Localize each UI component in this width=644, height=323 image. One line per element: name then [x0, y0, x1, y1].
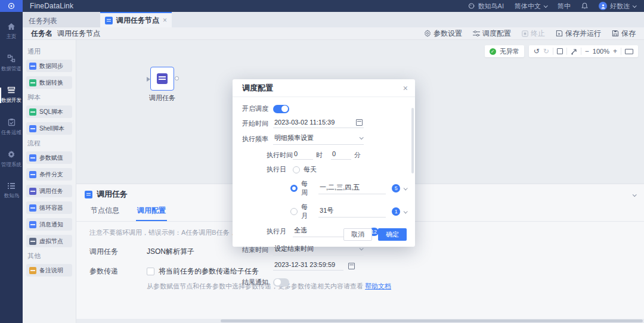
divider [553, 48, 553, 55]
canvas-node-call-task[interactable] [150, 67, 174, 91]
close-icon[interactable]: × [403, 84, 408, 92]
save-run-icon [556, 30, 563, 37]
input-port-icon[interactable] [147, 77, 150, 82]
frequency-select[interactable]: 明细频率设置 [273, 133, 364, 145]
param-settings-button[interactable]: 参数设置 [424, 29, 462, 39]
undo-button[interactable]: ↺ [534, 47, 540, 55]
language-selector[interactable]: 简体中文 [515, 2, 547, 11]
zoom-in-button[interactable]: + [613, 47, 617, 55]
minute-input[interactable]: 0 [331, 150, 351, 160]
sidebar-item-data-dev[interactable]: 数据开发 [0, 86, 23, 104]
save-icon [612, 30, 619, 37]
palette-item-virtual-node[interactable]: 虚拟节点 [26, 235, 72, 247]
user-menu[interactable]: 好数连 [599, 2, 636, 11]
validation-status[interactable]: ✓ 无异常 [485, 45, 524, 57]
palette-item-param-assign[interactable]: 参数赋值 [26, 151, 72, 164]
sidebar-item-data-pipeline[interactable]: 数据管道 [0, 54, 23, 73]
notifications-button[interactable] [581, 2, 588, 10]
modal-scrollbar-thumb[interactable] [411, 108, 414, 173]
palette-item-data-transform[interactable]: 数据转换 [26, 76, 72, 89]
weekly-label: 每周 [301, 179, 314, 197]
param-pass-checkbox[interactable] [147, 268, 154, 275]
button-label: 终止 [531, 29, 545, 39]
confirm-button[interactable]: 确定 [378, 228, 407, 241]
weekly-days-select[interactable]: 一,二,三,四,五 [318, 183, 386, 194]
ai-assistant-entry[interactable]: 数知鸟AI [468, 2, 504, 11]
palette-item-remark[interactable]: 备注说明 [26, 264, 72, 277]
horizontal-scrollbar [76, 319, 644, 323]
palette-item-shell-script[interactable]: Shell脚本 [26, 122, 72, 135]
schedule-config-button[interactable]: 调度配置 [473, 29, 511, 39]
end-time-mode-select[interactable]: 设定结束时间 [273, 244, 364, 256]
monthly-days-select[interactable]: 31号 [318, 206, 386, 218]
tab-bar-filler [172, 12, 644, 27]
zoom-out-button[interactable]: − [585, 47, 589, 55]
locale-tag[interactable]: 简中 [558, 2, 571, 11]
save-button[interactable]: 保存 [612, 29, 636, 39]
end-time-input[interactable]: 2023-12-31 23:59:59 [273, 261, 343, 271]
left-nav-rail: 主页 数据管道 数据开发 任务运维 管理系统 数知鸟 [0, 12, 23, 323]
weekly-radio[interactable] [290, 185, 298, 192]
monthly-radio[interactable] [290, 208, 298, 215]
hour-input[interactable]: 0 [293, 150, 313, 160]
chevron-down-icon[interactable] [404, 186, 408, 190]
user-icon [600, 4, 606, 9]
logo-icon [8, 2, 15, 10]
sql-script-icon [29, 108, 36, 116]
daily-label: 每天 [304, 165, 317, 174]
sidebar-item-shuzhiniao[interactable]: 数知鸟 [0, 182, 23, 200]
tab-call-task-node[interactable]: 调用任务节点 × [100, 12, 172, 27]
monthly-label: 每月 [301, 203, 314, 220]
daily-radio[interactable] [293, 166, 300, 173]
minimap-button[interactable] [625, 49, 633, 54]
document-icon [85, 191, 92, 198]
sidebar-item-label: 数知鸟 [4, 192, 19, 199]
scrollbar-thumb[interactable] [221, 319, 643, 322]
save-and-run-button[interactable]: 保存并运行 [556, 29, 601, 39]
app-logo[interactable] [0, 0, 23, 12]
redo-button: ↻ [543, 47, 549, 55]
call-task-field-value[interactable]: JSON解析算子 [147, 247, 194, 257]
palette-item-condition-branch[interactable]: 条件分支 [26, 168, 72, 181]
cancel-button[interactable]: 取消 [343, 228, 372, 241]
calendar-icon [356, 119, 363, 126]
sidebar-item-label: 主页 [6, 33, 16, 40]
palette-item-data-sync[interactable]: 数据同步 [26, 60, 72, 72]
palette-section-title: 通用 [27, 47, 72, 56]
start-time-value: 2023-03-02 11:15:39 [274, 119, 335, 126]
divider [621, 48, 621, 55]
task-list-link[interactable]: 任务列表 [29, 16, 57, 26]
button-label: 保存 [621, 29, 636, 39]
palette-item-message-notify[interactable]: 消息通知 [26, 218, 72, 231]
chevron-down-icon [633, 4, 637, 8]
tab-node-info[interactable]: 节点信息 [89, 203, 120, 221]
minimap-icon [625, 49, 633, 54]
close-icon[interactable]: × [163, 16, 167, 24]
chevron-down-icon[interactable] [404, 209, 408, 213]
sidebar-item-home[interactable]: 主页 [0, 23, 23, 41]
auto-layout-button[interactable] [571, 48, 577, 55]
app-title: FineDataLink [30, 2, 73, 10]
canvas-controls: ↺ ↻ − 100% + [529, 45, 638, 57]
message-notify-icon [29, 221, 36, 228]
palette-item-sql-script[interactable]: SQL脚本 [26, 105, 72, 118]
call-task-field-label: 调用任务 [89, 247, 147, 257]
fit-view-button[interactable] [557, 48, 563, 54]
palette-item-call-task[interactable]: 调用任务 [26, 185, 72, 197]
virtual-node-icon [29, 238, 36, 245]
palette-item-loop-container[interactable]: 循环容器 [26, 201, 72, 214]
result-notify-toggle[interactable] [273, 278, 289, 287]
collapse-panel-button[interactable] [633, 190, 636, 198]
clipboard-icon [8, 118, 16, 126]
data-sync-icon [29, 63, 36, 70]
exec-day-label: 执行日 [267, 165, 293, 174]
enable-schedule-toggle[interactable] [273, 105, 289, 113]
start-time-input[interactable]: 2023-03-02 11:15:39 [273, 119, 364, 128]
shell-script-icon [29, 125, 36, 132]
tab-call-config[interactable]: 调用配置 [136, 203, 167, 221]
data-transform-icon [29, 79, 36, 86]
sidebar-item-label: 管理系统 [1, 161, 21, 168]
sidebar-item-admin[interactable]: 管理系统 [0, 150, 23, 169]
output-port-icon[interactable] [175, 76, 179, 80]
sidebar-item-task-ops[interactable]: 任务运维 [0, 118, 23, 136]
